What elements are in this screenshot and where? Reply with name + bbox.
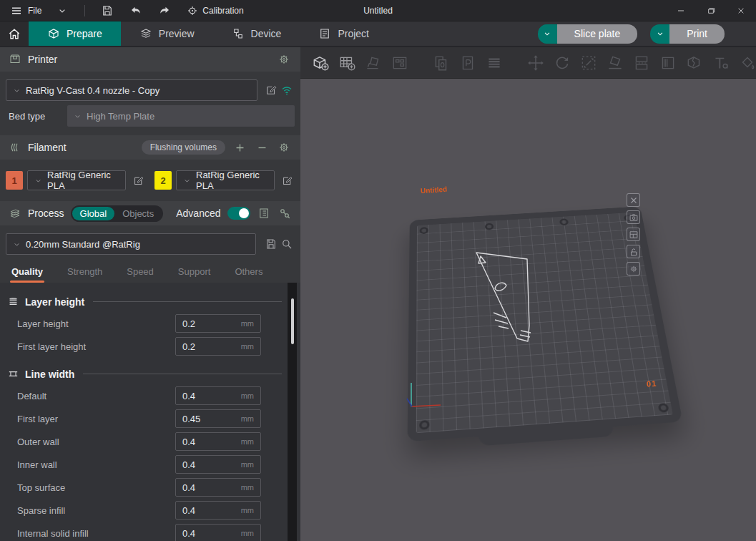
color-paint-icon[interactable] (736, 52, 756, 74)
print-button[interactable]: Print (650, 24, 725, 44)
save-preset-icon[interactable] (263, 236, 279, 252)
printer-edit-icon[interactable] (263, 82, 279, 98)
first-layer-height-input[interactable]: 0.2 mm (175, 337, 261, 356)
printer-wifi-icon[interactable] (279, 82, 295, 98)
plate-action-icons (627, 193, 640, 276)
save-button[interactable] (95, 1, 119, 20)
slice-plate-button[interactable]: Slice plate (538, 24, 638, 44)
variable-layer-height-icon[interactable] (483, 52, 506, 74)
scale-icon[interactable] (577, 52, 600, 74)
sparse-infill-line-width-input[interactable]: 0.4 mm (175, 501, 261, 520)
prepare-icon (47, 27, 60, 40)
bed-type-select[interactable]: High Temp Plate (67, 105, 295, 127)
tab-device-label: Device (251, 28, 282, 39)
rotate-icon[interactable] (551, 52, 574, 74)
scope-objects-option[interactable]: Objects (114, 207, 162, 220)
tab-others[interactable]: Others (235, 266, 262, 283)
support-paint-icon[interactable] (657, 52, 679, 74)
filament-2-color-badge[interactable]: 2 (154, 171, 172, 190)
paste-icon[interactable] (456, 52, 479, 74)
scrollbar-thumb[interactable] (291, 298, 294, 344)
undo-button[interactable] (124, 1, 148, 20)
parameter-list-icon[interactable] (257, 205, 271, 221)
plate-lock-icon[interactable] (627, 245, 640, 258)
outer-wall-line-width-input[interactable]: 0.4 mm (175, 432, 261, 451)
tab-quality[interactable]: Quality (11, 266, 43, 283)
plate-snapshot-icon[interactable] (627, 210, 640, 224)
close-button[interactable] (726, 0, 756, 21)
scope-global-option[interactable]: Global (72, 207, 115, 220)
filament-1-edit-icon[interactable] (130, 172, 146, 188)
minimize-button[interactable] (666, 0, 696, 21)
lay-on-face-icon[interactable] (604, 52, 627, 74)
process-scope-toggle: Global Objects (71, 205, 164, 222)
calibration-icon (187, 5, 198, 16)
maximize-button[interactable] (696, 0, 726, 21)
plate-settings-gear-icon[interactable] (627, 262, 640, 276)
layer-height-section-title: Layer height (25, 296, 84, 308)
slice-plate-label[interactable]: Slice plate (557, 24, 638, 44)
add-filament-icon[interactable] (232, 140, 247, 155)
filament-settings-gear-icon[interactable] (276, 140, 292, 155)
internal-solid-infill-line-width-input[interactable]: 0.4 mm (175, 524, 261, 541)
add-object-icon[interactable] (309, 52, 332, 74)
print-label[interactable]: Print (669, 24, 725, 44)
redo-button[interactable] (152, 1, 177, 20)
delete-plate-icon[interactable] (627, 193, 640, 207)
add-plate-icon[interactable] (335, 52, 358, 74)
printer-settings-gear-icon[interactable] (276, 52, 292, 67)
cut-icon[interactable] (630, 52, 653, 74)
filament-icon (9, 141, 21, 154)
layer-height-input[interactable]: 0.2 mm (175, 314, 261, 333)
inner-wall-line-width-input[interactable]: 0.4 mm (175, 455, 261, 474)
tab-strength[interactable]: Strength (67, 266, 102, 283)
search-settings-icon[interactable] (278, 205, 292, 221)
auto-orient-icon[interactable] (362, 52, 385, 74)
plate-front-tab (478, 419, 614, 446)
arrange-icon[interactable] (388, 52, 411, 74)
tab-support[interactable]: Support (178, 266, 211, 283)
title-bar: Untitled File Calibration (0, 0, 756, 21)
filament-2-preset-select[interactable]: RatRig Generic PLA (176, 170, 275, 190)
search-parameters-icon[interactable] (279, 236, 295, 252)
filament-1-color-badge[interactable]: 1 (6, 171, 23, 190)
print-options-chevron-icon[interactable] (650, 24, 669, 44)
process-tabs: Quality Strength Speed Support Others (0, 256, 300, 283)
tab-prepare[interactable]: Prepare (29, 21, 121, 46)
setting-row-inner-wall: Inner wall 0.4 mm (0, 453, 300, 476)
tab-device[interactable]: Device (213, 21, 300, 46)
flushing-volumes-button[interactable]: Flushing volumes (142, 140, 225, 155)
tab-project[interactable]: Project (300, 21, 388, 46)
slice-options-chevron-icon[interactable] (538, 24, 557, 44)
filament-2-edit-icon[interactable] (279, 172, 295, 188)
unit-label: mm (241, 506, 254, 515)
split-objects-icon[interactable] (683, 52, 706, 74)
filament-1-preset-select[interactable]: RatRig Generic PLA (27, 170, 126, 190)
file-menu-chevron[interactable] (50, 1, 74, 20)
first-layer-line-width-input[interactable]: 0.45 mm (175, 409, 261, 428)
advanced-label: Advanced (176, 208, 220, 219)
process-preset-select[interactable]: 0.20mm Standard @RatRig (6, 233, 256, 255)
top-surface-line-width-input[interactable]: 0.4 mm (175, 478, 261, 497)
file-menu[interactable]: File (6, 0, 46, 21)
calibration-button[interactable]: Calibration (181, 5, 249, 16)
tab-preview[interactable]: Preview (121, 21, 213, 46)
remove-filament-icon[interactable] (254, 140, 270, 155)
printer-preset-select[interactable]: RatRig V-Cast 0.4 nozzle - Copy (6, 79, 257, 101)
viewport-toolbar (300, 47, 756, 79)
tab-speed[interactable]: Speed (127, 266, 154, 283)
move-icon[interactable] (524, 52, 547, 74)
file-menu-label: File (28, 6, 41, 16)
chevron-down-icon (73, 112, 82, 121)
settings-scrollbar[interactable] (288, 283, 297, 541)
advanced-toggle[interactable] (227, 207, 251, 220)
text-tool-icon[interactable] (710, 52, 732, 74)
copy-icon[interactable] (430, 52, 453, 74)
default-line-width-input[interactable]: 0.4 mm (175, 386, 261, 405)
unit-label: mm (241, 483, 254, 492)
plate-arrange-icon[interactable] (627, 228, 640, 241)
home-button[interactable] (0, 21, 29, 46)
build-plate[interactable] (408, 206, 683, 442)
viewport[interactable]: Untitled 01 (300, 47, 756, 541)
scene-3d[interactable]: Untitled 01 (300, 79, 756, 541)
